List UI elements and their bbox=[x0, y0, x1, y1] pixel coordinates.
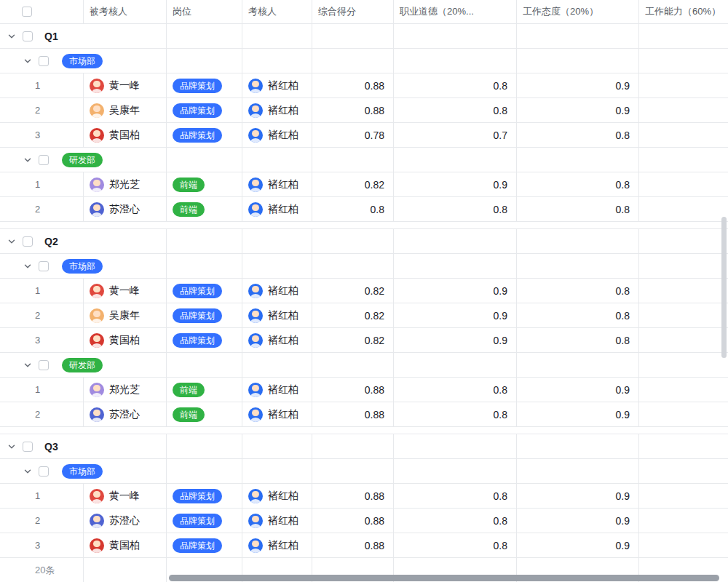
score-cell[interactable]: 0.88 bbox=[312, 402, 394, 426]
position-cell[interactable]: 品牌策划 bbox=[167, 484, 242, 508]
chevron-down-icon[interactable] bbox=[7, 236, 17, 247]
attitude-cell[interactable]: 0.9 bbox=[517, 533, 639, 557]
assessee-cell[interactable]: 苏澄心 bbox=[84, 509, 167, 533]
ethics-cell[interactable]: 0.8 bbox=[394, 378, 517, 402]
group-checkbox[interactable] bbox=[39, 155, 49, 165]
ethics-cell[interactable]: 0.8 bbox=[394, 484, 517, 508]
horizontal-scrollbar-thumb[interactable] bbox=[169, 575, 719, 581]
position-cell[interactable]: 品牌策划 bbox=[167, 533, 242, 557]
attitude-cell[interactable]: 0.8 bbox=[517, 303, 639, 327]
column-header-7[interactable]: 工作能力（60%） bbox=[639, 0, 728, 23]
assessor-cell[interactable]: 褚红柏 bbox=[242, 533, 312, 557]
column-header-3[interactable]: 考核人 bbox=[242, 0, 312, 23]
attitude-cell[interactable]: 0.9 bbox=[517, 509, 639, 533]
position-cell[interactable]: 品牌策划 bbox=[167, 73, 242, 97]
score-cell[interactable]: 0.82 bbox=[312, 303, 394, 327]
ethics-cell[interactable]: 0.9 bbox=[394, 279, 517, 303]
department-cell[interactable]: 研发部 bbox=[0, 148, 167, 172]
row-index-cell[interactable]: 1 bbox=[0, 484, 84, 508]
ability-cell[interactable] bbox=[639, 172, 728, 196]
score-cell[interactable]: 0.82 bbox=[312, 172, 394, 196]
attitude-cell[interactable]: 0.8 bbox=[517, 172, 639, 196]
column-header-2[interactable]: 岗位 bbox=[167, 0, 242, 23]
score-cell[interactable]: 0.88 bbox=[312, 509, 394, 533]
assessor-cell[interactable]: 褚红柏 bbox=[242, 303, 312, 327]
ability-cell[interactable] bbox=[639, 509, 728, 533]
group-checkbox[interactable] bbox=[23, 31, 33, 41]
position-cell[interactable]: 品牌策划 bbox=[167, 279, 242, 303]
score-cell[interactable]: 0.88 bbox=[312, 73, 394, 97]
score-cell[interactable]: 0.8 bbox=[312, 197, 394, 221]
score-cell[interactable]: 0.88 bbox=[312, 98, 394, 122]
ethics-cell[interactable]: 0.9 bbox=[394, 172, 517, 196]
column-header-6[interactable]: 工作态度（20%） bbox=[517, 0, 639, 23]
row-index-cell[interactable]: 2 bbox=[0, 303, 84, 327]
assessor-cell[interactable]: 褚红柏 bbox=[242, 279, 312, 303]
row-index-cell[interactable]: 2 bbox=[0, 402, 84, 426]
position-cell[interactable]: 品牌策划 bbox=[167, 328, 242, 352]
assessee-cell[interactable]: 黄一峰 bbox=[84, 73, 167, 97]
ethics-cell[interactable]: 0.8 bbox=[394, 533, 517, 557]
assessor-cell[interactable]: 褚红柏 bbox=[242, 123, 312, 147]
position-cell[interactable]: 品牌策划 bbox=[167, 303, 242, 327]
assessor-cell[interactable]: 褚红柏 bbox=[242, 98, 312, 122]
group-checkbox[interactable] bbox=[39, 261, 49, 271]
assessee-cell[interactable]: 黄国柏 bbox=[84, 328, 167, 352]
assessor-cell[interactable]: 褚红柏 bbox=[242, 484, 312, 508]
ability-cell[interactable] bbox=[639, 484, 728, 508]
attitude-cell[interactable]: 0.9 bbox=[517, 73, 639, 97]
row-index-cell[interactable]: 3 bbox=[0, 328, 84, 352]
ability-cell[interactable] bbox=[639, 402, 728, 426]
score-cell[interactable]: 0.82 bbox=[312, 279, 394, 303]
assessor-cell[interactable]: 褚红柏 bbox=[242, 73, 312, 97]
row-index-cell[interactable]: 2 bbox=[0, 197, 84, 221]
ethics-cell[interactable]: 0.8 bbox=[394, 98, 517, 122]
ethics-cell[interactable]: 0.8 bbox=[394, 197, 517, 221]
position-cell[interactable]: 品牌策划 bbox=[167, 98, 242, 122]
select-all-cell[interactable] bbox=[0, 0, 84, 23]
row-index-cell[interactable]: 2 bbox=[0, 98, 84, 122]
assessee-cell[interactable]: 吴康年 bbox=[84, 98, 167, 122]
attitude-cell[interactable]: 0.9 bbox=[517, 378, 639, 402]
group-checkbox[interactable] bbox=[39, 466, 49, 477]
group-checkbox[interactable] bbox=[23, 236, 33, 247]
column-header-5[interactable]: 职业道德（20%... bbox=[394, 0, 517, 23]
chevron-down-icon[interactable] bbox=[23, 261, 33, 271]
score-cell[interactable]: 0.88 bbox=[312, 533, 394, 557]
position-cell[interactable]: 前端 bbox=[167, 172, 242, 196]
chevron-down-icon[interactable] bbox=[23, 466, 33, 477]
attitude-cell[interactable]: 0.8 bbox=[517, 279, 639, 303]
assessee-cell[interactable]: 黄国柏 bbox=[84, 533, 167, 557]
ethics-cell[interactable]: 0.8 bbox=[394, 402, 517, 426]
score-cell[interactable]: 0.88 bbox=[312, 378, 394, 402]
ability-cell[interactable] bbox=[639, 98, 728, 122]
assessor-cell[interactable]: 褚红柏 bbox=[242, 172, 312, 196]
attitude-cell[interactable]: 0.9 bbox=[517, 484, 639, 508]
attitude-cell[interactable]: 0.8 bbox=[517, 328, 639, 352]
position-cell[interactable]: 品牌策划 bbox=[167, 123, 242, 147]
assessee-cell[interactable]: 黄国柏 bbox=[84, 123, 167, 147]
attitude-cell[interactable]: 0.8 bbox=[517, 123, 639, 147]
attitude-cell[interactable]: 0.9 bbox=[517, 98, 639, 122]
assessor-cell[interactable]: 褚红柏 bbox=[242, 328, 312, 352]
row-index-cell[interactable]: 1 bbox=[0, 378, 84, 402]
select-all-checkbox[interactable] bbox=[22, 7, 32, 17]
department-cell[interactable]: 市场部 bbox=[0, 459, 167, 483]
group-checkbox[interactable] bbox=[23, 442, 33, 452]
chevron-down-icon[interactable] bbox=[23, 56, 33, 66]
department-cell[interactable]: 市场部 bbox=[0, 254, 167, 278]
chevron-down-icon[interactable] bbox=[7, 31, 17, 41]
row-index-cell[interactable]: 3 bbox=[0, 123, 84, 147]
score-cell[interactable]: 0.78 bbox=[312, 123, 394, 147]
quarter-cell[interactable]: Q3 bbox=[0, 434, 167, 458]
quarter-cell[interactable]: Q1 bbox=[0, 24, 167, 48]
ability-cell[interactable] bbox=[639, 378, 728, 402]
ability-cell[interactable] bbox=[639, 73, 728, 97]
assessee-cell[interactable]: 郑光芝 bbox=[84, 378, 167, 402]
attitude-cell[interactable]: 0.9 bbox=[517, 402, 639, 426]
assessee-cell[interactable]: 郑光芝 bbox=[84, 172, 167, 196]
quarter-cell[interactable]: Q2 bbox=[0, 229, 167, 253]
ability-cell[interactable] bbox=[639, 197, 728, 221]
group-checkbox[interactable] bbox=[39, 56, 49, 66]
column-header-4[interactable]: 综合得分 bbox=[312, 0, 394, 23]
